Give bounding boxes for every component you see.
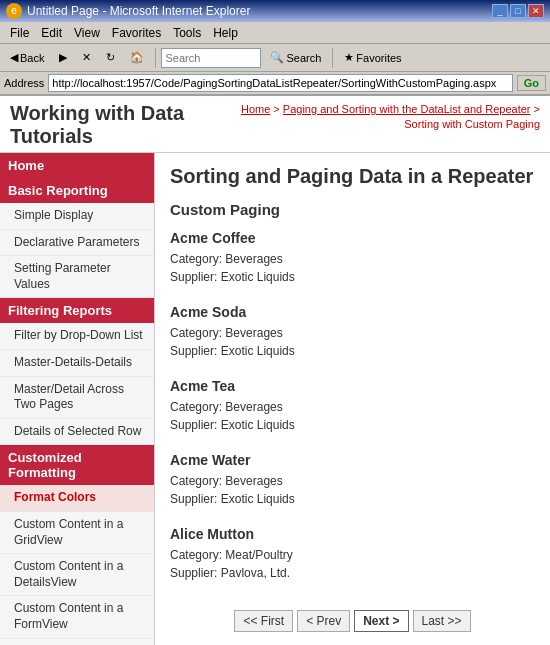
- sidebar-item-simple-display[interactable]: Simple Display: [0, 203, 154, 230]
- product-block-0: Acme Coffee Category: Beverages Supplier…: [170, 230, 535, 292]
- maximize-button[interactable]: □: [510, 4, 526, 18]
- close-button[interactable]: ✕: [528, 4, 544, 18]
- product-name-0: Acme Coffee: [170, 230, 535, 246]
- back-icon: ◀: [10, 51, 18, 64]
- menu-tools[interactable]: Tools: [167, 25, 207, 41]
- product-name-2: Acme Tea: [170, 378, 535, 394]
- sidebar-item-master-detail-two-pages[interactable]: Master/Detail Across Two Pages: [0, 377, 154, 419]
- address-bar: Address Go: [0, 72, 550, 96]
- sidebar-section-home[interactable]: Home: [0, 153, 154, 178]
- sidebar: Home Basic Reporting Simple Display Decl…: [0, 153, 155, 645]
- sidebar-item-custom-content-formview[interactable]: Custom Content in a FormView: [0, 596, 154, 638]
- last-page-button[interactable]: Last >>: [413, 610, 471, 632]
- sidebar-item-master-details[interactable]: Master-Details-Details: [0, 350, 154, 377]
- section-title: Custom Paging: [170, 201, 535, 218]
- first-page-button[interactable]: << First: [234, 610, 293, 632]
- sidebar-item-format-colors[interactable]: Format Colors: [0, 485, 154, 512]
- search-button[interactable]: 🔍 Search: [264, 48, 327, 67]
- product-block-1: Acme Soda Category: Beverages Supplier: …: [170, 304, 535, 366]
- sidebar-customized-formatting-label: Customized Formatting: [8, 450, 82, 480]
- product-block-2: Acme Tea Category: Beverages Supplier: E…: [170, 378, 535, 440]
- product-block-4: Alice Mutton Category: Meat/Poultry Supp…: [170, 526, 535, 588]
- sidebar-item-filter-dropdown[interactable]: Filter by Drop-Down List: [0, 323, 154, 350]
- favorites-button[interactable]: ★ Favorites: [338, 48, 407, 67]
- breadcrumb-link1[interactable]: Paging and Sorting with the DataList and…: [283, 103, 531, 115]
- home-button[interactable]: 🏠: [124, 48, 150, 67]
- menu-edit[interactable]: Edit: [35, 25, 68, 41]
- address-input[interactable]: [48, 74, 512, 92]
- product-category-2: Category: Beverages: [170, 398, 535, 416]
- product-name-1: Acme Soda: [170, 304, 535, 320]
- product-supplier-4: Supplier: Pavlova, Ltd.: [170, 564, 535, 582]
- breadcrumb-current: Sorting with Custom Paging: [404, 118, 540, 130]
- sidebar-filtering-reports-label: Filtering Reports: [8, 303, 112, 318]
- product-block-3: Acme Water Category: Beverages Supplier:…: [170, 452, 535, 514]
- toolbar-separator-1: [155, 48, 156, 68]
- forward-icon: ▶: [59, 51, 67, 64]
- menu-favorites[interactable]: Favorites: [106, 25, 167, 41]
- menu-bar: File Edit View Favorites Tools Help: [0, 22, 550, 44]
- title-bar: e Untitled Page - Microsoft Internet Exp…: [0, 0, 550, 22]
- sidebar-section-basic-reporting[interactable]: Basic Reporting: [0, 178, 154, 203]
- site-title: Working with Data Tutorials: [10, 102, 209, 148]
- go-button[interactable]: Go: [517, 75, 546, 91]
- main-title: Sorting and Paging Data in a Repeater: [170, 163, 535, 189]
- sidebar-item-setting-parameter-values[interactable]: Setting Parameter Values: [0, 256, 154, 298]
- product-supplier-1: Supplier: Exotic Liquids: [170, 342, 535, 360]
- address-label: Address: [4, 77, 44, 89]
- star-icon: ★: [344, 51, 354, 64]
- menu-view[interactable]: View: [68, 25, 106, 41]
- pagination: << First < Prev Next > Last >>: [170, 602, 535, 632]
- content-container: Home Basic Reporting Simple Display Decl…: [0, 153, 550, 645]
- product-supplier-0: Supplier: Exotic Liquids: [170, 268, 535, 286]
- prev-page-button[interactable]: < Prev: [297, 610, 350, 632]
- product-name-4: Alice Mutton: [170, 526, 535, 542]
- product-supplier-3: Supplier: Exotic Liquids: [170, 490, 535, 508]
- search-icon: 🔍: [270, 51, 284, 64]
- sidebar-item-custom-content-gridview[interactable]: Custom Content in a GridView: [0, 512, 154, 554]
- main-content: Sorting and Paging Data in a Repeater Cu…: [155, 153, 550, 645]
- breadcrumb-home[interactable]: Home: [241, 103, 270, 115]
- breadcrumb-sep2: >: [531, 103, 540, 115]
- product-category-3: Category: Beverages: [170, 472, 535, 490]
- search-input[interactable]: [161, 48, 261, 68]
- product-category-4: Category: Meat/Poultry: [170, 546, 535, 564]
- sidebar-basic-reporting-label: Basic Reporting: [8, 183, 108, 198]
- sidebar-home-label: Home: [8, 158, 44, 173]
- forward-button[interactable]: ▶: [53, 48, 73, 67]
- refresh-button[interactable]: ↻: [100, 48, 121, 67]
- product-category-1: Category: Beverages: [170, 324, 535, 342]
- sidebar-item-summary-data-footer[interactable]: Summary Data in Footer: [0, 639, 154, 646]
- ie-icon: e: [6, 3, 22, 19]
- toolbar-separator-2: [332, 48, 333, 68]
- title-bar-controls[interactable]: _ □ ✕: [492, 4, 544, 18]
- sidebar-item-declarative-parameters[interactable]: Declarative Parameters: [0, 230, 154, 257]
- product-category-0: Category: Beverages: [170, 250, 535, 268]
- title-bar-left: e Untitled Page - Microsoft Internet Exp…: [6, 3, 250, 19]
- sidebar-section-customized-formatting[interactable]: Customized Formatting: [0, 445, 154, 485]
- window-title: Untitled Page - Microsoft Internet Explo…: [27, 4, 250, 18]
- sidebar-item-details-selected-row[interactable]: Details of Selected Row: [0, 419, 154, 446]
- next-page-button[interactable]: Next >: [354, 610, 408, 632]
- page-header: Working with Data Tutorials Home > Pagin…: [0, 96, 550, 153]
- sidebar-section-filtering-reports[interactable]: Filtering Reports: [0, 298, 154, 323]
- menu-file[interactable]: File: [4, 25, 35, 41]
- breadcrumb: Home > Paging and Sorting with the DataL…: [209, 102, 540, 133]
- toolbar: ◀ Back ▶ ✕ ↻ 🏠 🔍 Search ★ Favorites: [0, 44, 550, 72]
- stop-button[interactable]: ✕: [76, 48, 97, 67]
- back-button[interactable]: ◀ Back: [4, 48, 50, 67]
- sidebar-item-custom-content-detailsview[interactable]: Custom Content in a DetailsView: [0, 554, 154, 596]
- product-name-3: Acme Water: [170, 452, 535, 468]
- product-supplier-2: Supplier: Exotic Liquids: [170, 416, 535, 434]
- breadcrumb-sep1: >: [270, 103, 283, 115]
- minimize-button[interactable]: _: [492, 4, 508, 18]
- menu-help[interactable]: Help: [207, 25, 244, 41]
